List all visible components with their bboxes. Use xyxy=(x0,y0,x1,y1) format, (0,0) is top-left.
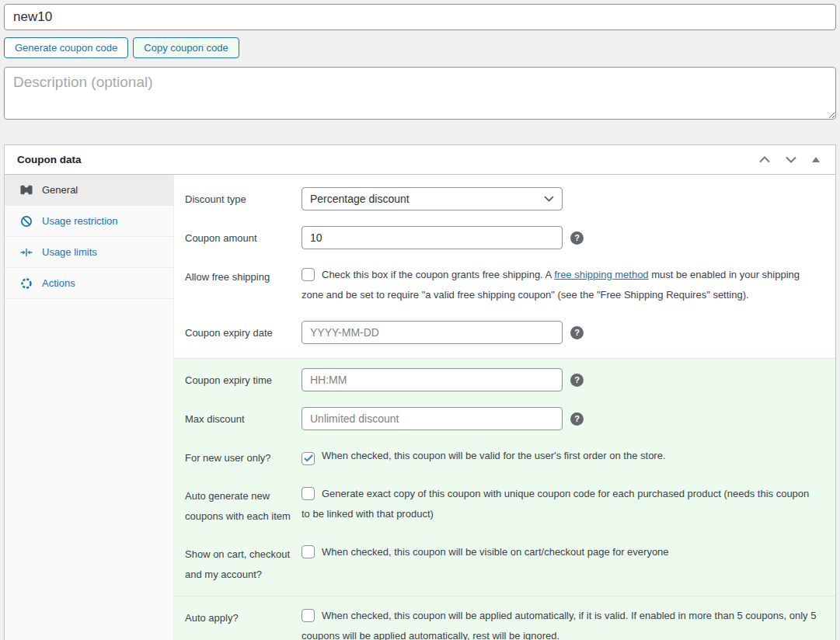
tab-label: Usage restriction xyxy=(42,215,118,227)
coupon-expiry-date-input[interactable] xyxy=(301,321,563,344)
coupon-expiry-time-input[interactable] xyxy=(301,368,563,391)
general-core-fields: Discount type Percentage discount Coupon… xyxy=(174,175,835,358)
tab-label: Usage limits xyxy=(42,246,97,258)
auto-generate-row: Auto generate new coupons with each item… xyxy=(174,476,835,534)
tab-actions[interactable]: Actions xyxy=(5,268,173,299)
auto-generate-description: Generate exact copy of this coupon with … xyxy=(301,485,809,520)
expiry-time-row: Coupon expiry time ? xyxy=(174,360,835,399)
field-label: Coupon expiry time xyxy=(185,368,301,391)
discount-type-row: Discount type Percentage discount xyxy=(174,179,835,218)
field-label: Auto apply? xyxy=(185,606,301,628)
coupon-code-actions: Generate coupon code Copy coupon code xyxy=(4,37,836,58)
coupon-description-textarea[interactable] xyxy=(4,67,836,120)
auto-generate-checkbox[interactable] xyxy=(301,487,315,500)
field-label: Allow free shipping xyxy=(185,265,301,287)
section-divider xyxy=(174,596,835,597)
coupon-amount-input[interactable] xyxy=(301,226,563,249)
copy-coupon-code-button[interactable]: Copy coupon code xyxy=(133,37,239,58)
new-user-checkbox[interactable] xyxy=(301,452,315,465)
chevron-down-icon xyxy=(544,196,554,202)
generate-coupon-code-button[interactable]: Generate coupon code xyxy=(4,37,128,58)
show-on-cart-description: When checked, this coupon will be visibl… xyxy=(301,544,669,558)
max-discount-input[interactable] xyxy=(301,407,563,430)
smart-coupon-fields: Coupon expiry time ? Max discount ? xyxy=(174,358,835,640)
tab-label: General xyxy=(42,184,78,196)
toggle-panel-icon[interactable] xyxy=(810,155,821,164)
panel-title: Coupon data xyxy=(17,154,82,165)
expiry-date-row: Coupon expiry date ? xyxy=(174,313,835,352)
text: Check this box if the coupon grants free… xyxy=(322,269,554,280)
move-down-icon[interactable] xyxy=(784,155,798,165)
free-shipping-method-link[interactable]: free shipping method xyxy=(554,269,648,280)
auto-apply-description: When checked, this coupon will be applie… xyxy=(301,607,816,640)
field-label: Coupon expiry date xyxy=(185,321,301,343)
free-shipping-row: Allow free shipping Check this box if th… xyxy=(174,257,835,313)
new-user-only-row: For new user only? When checked, this co… xyxy=(174,438,835,476)
no-entry-icon xyxy=(20,215,33,228)
max-discount-row: Max discount ? xyxy=(174,399,835,438)
tab-usage-restriction[interactable]: Usage restriction xyxy=(5,206,173,237)
field-label: Discount type xyxy=(185,187,301,210)
tab-usage-limits[interactable]: Usage limits xyxy=(5,237,173,268)
coupon-code-input[interactable] xyxy=(4,4,836,30)
limit-arrows-icon xyxy=(20,246,33,259)
move-up-icon[interactable] xyxy=(758,155,772,165)
help-icon[interactable]: ? xyxy=(570,326,584,339)
text: When checked, this coupon will be visibl… xyxy=(322,546,669,558)
discount-type-select[interactable]: Percentage discount xyxy=(301,187,563,210)
help-icon[interactable]: ? xyxy=(570,231,584,245)
auto-apply-row: Auto apply? When checked, this coupon wi… xyxy=(174,598,835,640)
free-shipping-description: Check this box if the coupon grants free… xyxy=(301,266,800,301)
tab-general[interactable]: General xyxy=(5,175,173,206)
show-on-cart-row: Show on cart, checkout and my account? W… xyxy=(174,534,835,593)
coupon-data-header: Coupon data xyxy=(5,145,835,175)
field-label: Coupon amount xyxy=(185,226,301,249)
new-user-description: When checked, this coupon will be valid … xyxy=(301,447,666,461)
free-shipping-checkbox[interactable] xyxy=(301,268,315,281)
tab-label: Actions xyxy=(42,277,75,289)
help-icon[interactable]: ? xyxy=(570,412,584,426)
field-label: Show on cart, checkout and my account? xyxy=(185,542,301,585)
text: Generate exact copy of this coupon with … xyxy=(301,488,809,520)
text: When checked, this coupon will be valid … xyxy=(322,450,666,461)
field-label: For new user only? xyxy=(185,446,301,468)
field-label: Auto generate new coupons with each item xyxy=(185,484,301,527)
help-icon[interactable]: ? xyxy=(570,374,584,387)
text: When checked, this coupon will be applie… xyxy=(301,610,816,640)
coupon-amount-row: Coupon amount ? xyxy=(174,218,835,257)
show-on-cart-checkbox[interactable] xyxy=(301,545,315,558)
field-label: Max discount xyxy=(185,407,301,430)
selected-option: Percentage discount xyxy=(310,193,410,205)
coupon-data-panel: Coupon data xyxy=(4,144,836,640)
ticket-icon xyxy=(20,185,33,195)
checkmark-icon xyxy=(304,454,313,462)
gear-icon xyxy=(20,277,33,290)
auto-apply-checkbox[interactable] xyxy=(301,609,315,622)
coupon-data-tabs: General Usage restriction xyxy=(5,175,174,640)
